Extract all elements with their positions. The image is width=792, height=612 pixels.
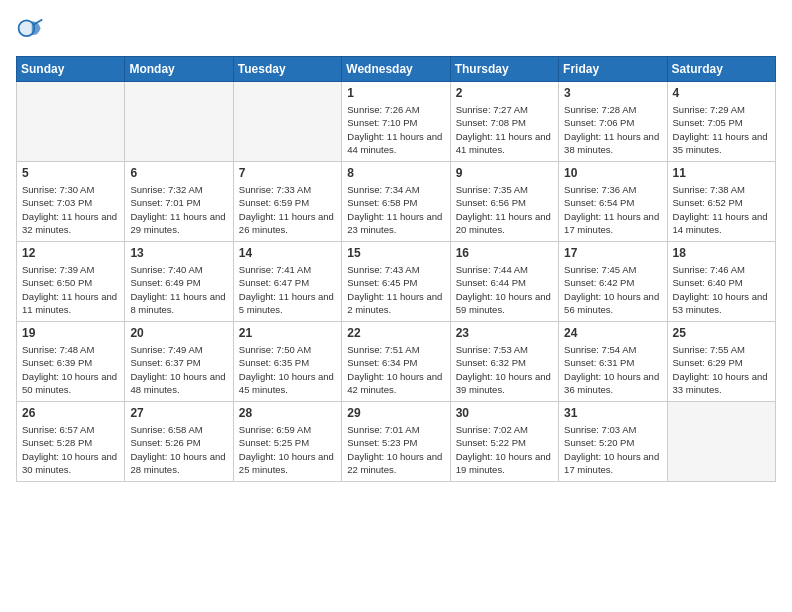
day-number: 11	[673, 166, 770, 180]
calendar-cell: 12Sunrise: 7:39 AM Sunset: 6:50 PM Dayli…	[17, 242, 125, 322]
day-number: 12	[22, 246, 119, 260]
calendar-cell: 6Sunrise: 7:32 AM Sunset: 7:01 PM Daylig…	[125, 162, 233, 242]
calendar-cell: 10Sunrise: 7:36 AM Sunset: 6:54 PM Dayli…	[559, 162, 667, 242]
day-detail: Sunrise: 7:51 AM Sunset: 6:34 PM Dayligh…	[347, 343, 444, 396]
day-number: 9	[456, 166, 553, 180]
logo	[16, 16, 48, 44]
day-detail: Sunrise: 7:02 AM Sunset: 5:22 PM Dayligh…	[456, 423, 553, 476]
day-detail: Sunrise: 7:55 AM Sunset: 6:29 PM Dayligh…	[673, 343, 770, 396]
calendar-cell: 4Sunrise: 7:29 AM Sunset: 7:05 PM Daylig…	[667, 82, 775, 162]
day-detail: Sunrise: 7:29 AM Sunset: 7:05 PM Dayligh…	[673, 103, 770, 156]
calendar-cell: 5Sunrise: 7:30 AM Sunset: 7:03 PM Daylig…	[17, 162, 125, 242]
day-number: 5	[22, 166, 119, 180]
calendar-cell: 20Sunrise: 7:49 AM Sunset: 6:37 PM Dayli…	[125, 322, 233, 402]
day-detail: Sunrise: 7:03 AM Sunset: 5:20 PM Dayligh…	[564, 423, 661, 476]
day-header-thursday: Thursday	[450, 57, 558, 82]
day-detail: Sunrise: 7:30 AM Sunset: 7:03 PM Dayligh…	[22, 183, 119, 236]
week-row-4: 19Sunrise: 7:48 AM Sunset: 6:39 PM Dayli…	[17, 322, 776, 402]
day-detail: Sunrise: 7:49 AM Sunset: 6:37 PM Dayligh…	[130, 343, 227, 396]
week-row-1: 1Sunrise: 7:26 AM Sunset: 7:10 PM Daylig…	[17, 82, 776, 162]
day-detail: Sunrise: 7:41 AM Sunset: 6:47 PM Dayligh…	[239, 263, 336, 316]
day-detail: Sunrise: 7:26 AM Sunset: 7:10 PM Dayligh…	[347, 103, 444, 156]
day-detail: Sunrise: 7:38 AM Sunset: 6:52 PM Dayligh…	[673, 183, 770, 236]
calendar-cell	[667, 402, 775, 482]
day-detail: Sunrise: 7:54 AM Sunset: 6:31 PM Dayligh…	[564, 343, 661, 396]
day-number: 27	[130, 406, 227, 420]
day-number: 10	[564, 166, 661, 180]
calendar-cell: 17Sunrise: 7:45 AM Sunset: 6:42 PM Dayli…	[559, 242, 667, 322]
day-number: 29	[347, 406, 444, 420]
day-header-saturday: Saturday	[667, 57, 775, 82]
day-number: 16	[456, 246, 553, 260]
day-header-wednesday: Wednesday	[342, 57, 450, 82]
day-detail: Sunrise: 6:58 AM Sunset: 5:26 PM Dayligh…	[130, 423, 227, 476]
day-detail: Sunrise: 7:50 AM Sunset: 6:35 PM Dayligh…	[239, 343, 336, 396]
day-detail: Sunrise: 7:01 AM Sunset: 5:23 PM Dayligh…	[347, 423, 444, 476]
day-detail: Sunrise: 7:39 AM Sunset: 6:50 PM Dayligh…	[22, 263, 119, 316]
day-detail: Sunrise: 6:59 AM Sunset: 5:25 PM Dayligh…	[239, 423, 336, 476]
calendar-cell: 22Sunrise: 7:51 AM Sunset: 6:34 PM Dayli…	[342, 322, 450, 402]
calendar-cell: 24Sunrise: 7:54 AM Sunset: 6:31 PM Dayli…	[559, 322, 667, 402]
calendar-cell: 11Sunrise: 7:38 AM Sunset: 6:52 PM Dayli…	[667, 162, 775, 242]
calendar-cell: 31Sunrise: 7:03 AM Sunset: 5:20 PM Dayli…	[559, 402, 667, 482]
calendar-cell: 2Sunrise: 7:27 AM Sunset: 7:08 PM Daylig…	[450, 82, 558, 162]
day-number: 22	[347, 326, 444, 340]
day-detail: Sunrise: 7:40 AM Sunset: 6:49 PM Dayligh…	[130, 263, 227, 316]
day-detail: Sunrise: 7:43 AM Sunset: 6:45 PM Dayligh…	[347, 263, 444, 316]
day-detail: Sunrise: 7:32 AM Sunset: 7:01 PM Dayligh…	[130, 183, 227, 236]
day-header-friday: Friday	[559, 57, 667, 82]
day-detail: Sunrise: 7:33 AM Sunset: 6:59 PM Dayligh…	[239, 183, 336, 236]
calendar-table: SundayMondayTuesdayWednesdayThursdayFrid…	[16, 56, 776, 482]
day-number: 7	[239, 166, 336, 180]
calendar-cell: 28Sunrise: 6:59 AM Sunset: 5:25 PM Dayli…	[233, 402, 341, 482]
calendar-cell: 30Sunrise: 7:02 AM Sunset: 5:22 PM Dayli…	[450, 402, 558, 482]
calendar-header-row: SundayMondayTuesdayWednesdayThursdayFrid…	[17, 57, 776, 82]
day-number: 14	[239, 246, 336, 260]
calendar-cell: 3Sunrise: 7:28 AM Sunset: 7:06 PM Daylig…	[559, 82, 667, 162]
calendar-cell: 1Sunrise: 7:26 AM Sunset: 7:10 PM Daylig…	[342, 82, 450, 162]
day-number: 6	[130, 166, 227, 180]
day-detail: Sunrise: 7:27 AM Sunset: 7:08 PM Dayligh…	[456, 103, 553, 156]
calendar-cell	[233, 82, 341, 162]
day-detail: Sunrise: 7:45 AM Sunset: 6:42 PM Dayligh…	[564, 263, 661, 316]
calendar-cell: 26Sunrise: 6:57 AM Sunset: 5:28 PM Dayli…	[17, 402, 125, 482]
logo-icon	[16, 16, 44, 44]
day-number: 17	[564, 246, 661, 260]
day-detail: Sunrise: 7:28 AM Sunset: 7:06 PM Dayligh…	[564, 103, 661, 156]
calendar-cell	[125, 82, 233, 162]
day-number: 2	[456, 86, 553, 100]
calendar-cell: 29Sunrise: 7:01 AM Sunset: 5:23 PM Dayli…	[342, 402, 450, 482]
day-detail: Sunrise: 7:34 AM Sunset: 6:58 PM Dayligh…	[347, 183, 444, 236]
calendar-cell: 14Sunrise: 7:41 AM Sunset: 6:47 PM Dayli…	[233, 242, 341, 322]
day-number: 19	[22, 326, 119, 340]
day-number: 30	[456, 406, 553, 420]
day-number: 15	[347, 246, 444, 260]
day-detail: Sunrise: 7:44 AM Sunset: 6:44 PM Dayligh…	[456, 263, 553, 316]
day-detail: Sunrise: 7:53 AM Sunset: 6:32 PM Dayligh…	[456, 343, 553, 396]
day-number: 18	[673, 246, 770, 260]
calendar-cell: 7Sunrise: 7:33 AM Sunset: 6:59 PM Daylig…	[233, 162, 341, 242]
week-row-5: 26Sunrise: 6:57 AM Sunset: 5:28 PM Dayli…	[17, 402, 776, 482]
calendar-cell: 27Sunrise: 6:58 AM Sunset: 5:26 PM Dayli…	[125, 402, 233, 482]
calendar-cell: 16Sunrise: 7:44 AM Sunset: 6:44 PM Dayli…	[450, 242, 558, 322]
calendar-cell: 9Sunrise: 7:35 AM Sunset: 6:56 PM Daylig…	[450, 162, 558, 242]
day-detail: Sunrise: 7:35 AM Sunset: 6:56 PM Dayligh…	[456, 183, 553, 236]
calendar-cell: 19Sunrise: 7:48 AM Sunset: 6:39 PM Dayli…	[17, 322, 125, 402]
day-number: 20	[130, 326, 227, 340]
day-number: 25	[673, 326, 770, 340]
day-header-sunday: Sunday	[17, 57, 125, 82]
day-detail: Sunrise: 7:46 AM Sunset: 6:40 PM Dayligh…	[673, 263, 770, 316]
day-number: 3	[564, 86, 661, 100]
day-detail: Sunrise: 6:57 AM Sunset: 5:28 PM Dayligh…	[22, 423, 119, 476]
day-number: 4	[673, 86, 770, 100]
page-header	[16, 16, 776, 44]
calendar-cell: 13Sunrise: 7:40 AM Sunset: 6:49 PM Dayli…	[125, 242, 233, 322]
day-number: 28	[239, 406, 336, 420]
day-number: 13	[130, 246, 227, 260]
calendar-cell: 23Sunrise: 7:53 AM Sunset: 6:32 PM Dayli…	[450, 322, 558, 402]
calendar-cell: 21Sunrise: 7:50 AM Sunset: 6:35 PM Dayli…	[233, 322, 341, 402]
day-detail: Sunrise: 7:48 AM Sunset: 6:39 PM Dayligh…	[22, 343, 119, 396]
day-header-monday: Monday	[125, 57, 233, 82]
calendar-cell: 15Sunrise: 7:43 AM Sunset: 6:45 PM Dayli…	[342, 242, 450, 322]
calendar-cell: 8Sunrise: 7:34 AM Sunset: 6:58 PM Daylig…	[342, 162, 450, 242]
